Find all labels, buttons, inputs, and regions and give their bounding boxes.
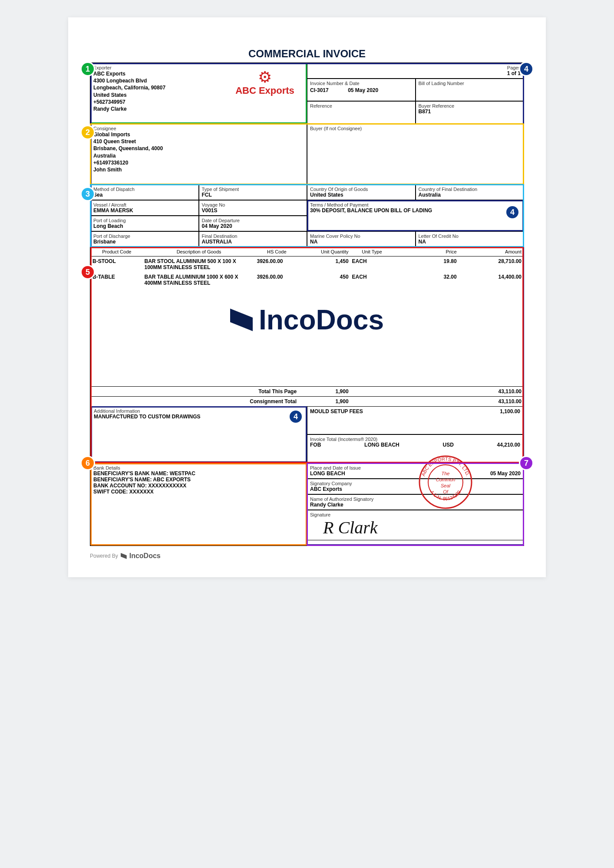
terms-label: Terms / Method of Payment (310, 202, 521, 207)
fdest-label: Final Destination (202, 233, 304, 239)
buyer-ref: B871 (419, 108, 521, 115)
badge-5: 5 (80, 265, 95, 279)
item-qty: 1,450 (298, 256, 350, 273)
item-utype: EACH (350, 272, 394, 288)
cons-total-qty: 1,900 (298, 397, 350, 407)
document-body: Exporter ABC Exports 4300 Longbeach Blvd… (90, 62, 524, 546)
badge-2: 2 (80, 125, 95, 140)
stamp-mid4: Of (443, 489, 449, 494)
total-page-label: Total This Page (91, 387, 298, 397)
invoice-date: 05 May 2020 (348, 87, 378, 93)
consignee-contact: John Smith (93, 166, 304, 173)
stamp-mid3: Seal (441, 483, 451, 488)
fdest: AUSTRALIA (202, 239, 304, 245)
pol-label: Port of Loading (93, 218, 196, 223)
bank-l4: SWIFT CODE: XXXXXXX (93, 489, 304, 495)
footer-prefix: Powered By (90, 553, 118, 559)
voyage: V001S (202, 207, 304, 214)
footer-brand: IncoDocs (129, 552, 161, 560)
exporter-logo-icon: ⚙︎ (230, 69, 300, 85)
currency: USD (443, 442, 454, 448)
vessel-label: Vessel / Aircraft (93, 202, 196, 207)
item-amount: 28,710.00 (459, 256, 523, 273)
incoterm: FOB (310, 442, 321, 448)
stamp-mid2: Common (436, 477, 456, 482)
item-hs: 3926.00.00 (255, 272, 298, 288)
incodocs-footer-icon (121, 553, 127, 559)
bank-l3: BANK ACCOUNT NO: XXXXXXXXXXX (93, 483, 304, 489)
bank-label: Bank Details (93, 465, 304, 470)
item-utype: EACH (350, 256, 394, 273)
col-hs: HS Code (255, 247, 298, 256)
incodocs-icon (230, 309, 253, 331)
col-price: Price (393, 247, 458, 256)
addl-label: Additional Information (94, 408, 304, 414)
pol: Long Beach (93, 223, 196, 229)
invoice-no: CI-3017 (310, 87, 329, 93)
exporter-label: Exporter (93, 65, 226, 70)
total-page-amt: 43,110.00 (459, 387, 523, 397)
total-page-qty: 1,900 (298, 387, 350, 397)
watermark: IncoDocs (91, 304, 523, 336)
consignee-phone: +61497336120 (93, 159, 304, 166)
dod-label: Date of Departure (202, 218, 304, 223)
buyer-ref-label: Buyer Reference (419, 103, 521, 108)
table-row: B-STOOL BAR STOOL ALUMINIUM 500 X 100 X … (91, 256, 523, 273)
col-qty: Unit Quantity (298, 247, 350, 256)
sig-label: Signature (310, 512, 521, 517)
cfd: Australia (419, 192, 521, 198)
shiptype-label: Type of Shipment (202, 187, 304, 192)
stamp-mid1: The (442, 471, 450, 476)
item-price: 32.00 (393, 272, 458, 288)
col-utype: Unit Type (350, 247, 394, 256)
exporter-phone: +5627349957 (93, 99, 226, 105)
items-table: Product Code Description of Goods HS Cod… (91, 247, 523, 288)
item-hs: 3926.00.00 (255, 256, 298, 273)
watermark-text: IncoDocs (259, 304, 384, 336)
page-title: COMMERCIAL INVOICE (90, 48, 524, 60)
inv-total-label: Invoice Total (Incoterms® 2020) (310, 437, 520, 442)
voyage-label: Voyage No (202, 202, 304, 207)
buyer-label: Buyer (If not Consignee) (310, 126, 521, 131)
coo-label: Country Of Origin of Goods (310, 187, 413, 192)
lc: NA (419, 239, 521, 245)
item-desc: BAR STOOL ALUMINIUM 500 X 100 X 100MM ST… (143, 256, 255, 273)
badge-6: 6 (80, 456, 95, 470)
item-code: B-STOOL (91, 256, 143, 273)
cfd-label: Country of Final Destination (419, 187, 521, 192)
pages-value: 1 of 1 (310, 70, 521, 76)
col-desc: Description of Goods (143, 247, 255, 256)
col-amount: Amount (459, 247, 523, 256)
inv-total-amt: 44,210.00 (497, 442, 520, 448)
marine-label: Marine Cover Policy No (310, 233, 413, 239)
badge-1: 1 (80, 62, 95, 76)
inco-place: LONG BEACH (364, 442, 399, 448)
dispatch: Sea (93, 192, 196, 198)
pod: Brisbane (93, 239, 196, 245)
exporter-name: ABC Exports (93, 70, 226, 77)
table-row: B-TABLE BAR TABLE ALUMINIUM 1000 X 600 X… (91, 272, 523, 288)
signature: R Clark (310, 517, 521, 538)
issue-date: 05 May 2020 (490, 470, 521, 477)
vessel: EMMA MAERSK (93, 207, 196, 214)
lc-label: Letter Of Credit No (419, 233, 521, 239)
marine: NA (310, 239, 413, 245)
pages-label: Pages (310, 65, 521, 70)
badge-4a: 4 (519, 62, 534, 76)
fee-label: MOULD SETUP FEES (310, 408, 363, 432)
consignee-country: Australia (93, 152, 304, 159)
invoice-no-label: Invoice Number & Date (310, 81, 413, 86)
item-code: B-TABLE (91, 272, 143, 288)
dispatch-label: Method of Dispatch (93, 187, 196, 192)
consignee-city: Brisbane, Queensland, 4000 (93, 145, 304, 152)
fee-amt: 1,100.00 (500, 408, 520, 432)
consignee-label: Consignee (93, 126, 304, 131)
bol-label: Bill of Lading Number (419, 81, 521, 86)
cons-total-label: Consignment Total (91, 397, 298, 407)
exporter-logo-text: ABC Exports (230, 85, 300, 96)
item-desc: BAR TABLE ALUMINIUM 1000 X 600 X 400MM S… (143, 272, 255, 288)
exporter-country: United States (93, 92, 226, 99)
exporter-street: 4300 Longbeach Blvd (93, 77, 226, 84)
footer: Powered By IncoDocs (90, 552, 524, 560)
exporter-contact: Randy Clarke (93, 105, 226, 112)
